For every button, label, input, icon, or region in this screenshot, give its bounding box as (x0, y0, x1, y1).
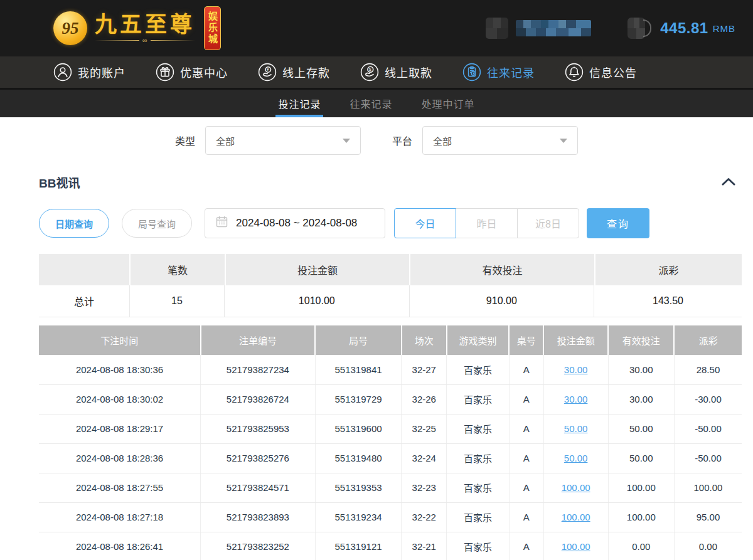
cell-game-type: 百家乐 (447, 502, 510, 532)
nav-item-label: 我的账户 (78, 64, 125, 80)
deposit-icon: ¥ (258, 63, 277, 82)
cell-payout: 28.50 (674, 355, 742, 384)
cell-valid-bet: 30.00 (608, 355, 674, 384)
nav-item-label: 优惠中心 (180, 64, 228, 80)
filter-type: 类型 全部 (175, 126, 361, 155)
cell-session: 32-21 (402, 532, 447, 560)
nav-item-promotions[interactable]: 优惠中心 (156, 63, 228, 82)
nav-item-label: 信息公告 (589, 64, 637, 80)
nav-item-announcements[interactable]: 信息公告 (565, 63, 637, 82)
cell-table-no: A (509, 473, 543, 502)
avatar (486, 18, 508, 39)
table-row: 2024-08-08 18:27:55 521793824571 5513193… (39, 473, 742, 502)
tab-processing-orders[interactable]: 处理中订单 (422, 90, 475, 117)
cell-table-no: A (509, 384, 543, 414)
cell-valid-bet: 0.00 (608, 532, 674, 560)
summary-header-bet: 投注金额 (226, 254, 409, 285)
table-row: 2024-08-08 18:28:36 521793825276 5513194… (39, 443, 742, 473)
cell-table-no: A (509, 414, 543, 443)
last-8-days-button[interactable]: 近8日 (517, 208, 579, 238)
nav-item-label: 线上存款 (282, 64, 330, 80)
bet-amount-link[interactable]: 50.00 (564, 453, 588, 463)
cell-valid-bet: 30.00 (608, 384, 674, 414)
summary-total-payout: 143.50 (594, 285, 742, 317)
col-game-type: 游戏类别 (447, 325, 510, 355)
svg-text:¥: ¥ (267, 67, 270, 71)
cell-bet-amount: 50.00 (543, 414, 608, 443)
bet-amount-link[interactable]: 30.00 (564, 394, 588, 404)
table-row: 2024-08-08 18:30:36 521793827234 5513198… (39, 355, 742, 384)
today-button[interactable]: 今日 (394, 208, 456, 238)
logo-badge: 娱乐城 (204, 6, 221, 50)
yesterday-button[interactable]: 昨日 (456, 208, 518, 238)
cell-session: 32-26 (402, 384, 447, 414)
cell-game-type: 百家乐 (447, 414, 510, 443)
platform-select-value: 全部 (433, 134, 452, 147)
cell-session: 32-27 (402, 355, 447, 384)
table-row: 2024-08-08 18:29:17 521793825953 5513196… (39, 414, 742, 443)
svg-text:$: $ (369, 67, 372, 71)
summary-total-count: 15 (130, 285, 225, 317)
col-valid-bet: 有效投注 (608, 325, 674, 355)
cell-game-type: 百家乐 (447, 532, 510, 560)
cell-valid-bet: 100.00 (608, 473, 674, 502)
cell-game-type: 百家乐 (447, 473, 510, 502)
col-table-no: 桌号 (509, 325, 543, 355)
bet-amount-link[interactable]: 100.00 (562, 482, 590, 493)
date-query-button[interactable]: 日期查询 (39, 209, 109, 238)
summary-header-payout: 派彩 (595, 254, 742, 285)
tab-transaction-records[interactable]: 往来记录 (350, 90, 392, 117)
table-row: 2024-08-08 18:27:18 521793823893 5513192… (39, 502, 742, 532)
search-button[interactable]: 查询 (587, 208, 649, 238)
cell-game-type: 百家乐 (447, 384, 510, 414)
cell-bet-amount: 50.00 (543, 443, 608, 473)
cell-round-id: 551319234 (315, 502, 402, 532)
bet-amount-link[interactable]: 100.00 (562, 541, 590, 552)
cell-session: 32-25 (402, 414, 447, 443)
cell-payout: -30.00 (674, 384, 742, 414)
cell-table-no: A (509, 443, 543, 473)
nav-item-my-account[interactable]: 我的账户 (53, 63, 125, 82)
cell-bet-amount: 100.00 (543, 532, 608, 560)
collapse-section-button[interactable] (722, 177, 735, 188)
logo-95-icon: 95 (53, 11, 87, 45)
cell-session: 32-24 (402, 443, 447, 473)
cell-round-id: 551319600 (315, 414, 402, 443)
type-select[interactable]: 全部 (205, 126, 361, 155)
summary-total-bet: 1010.00 (225, 285, 410, 317)
nav-item-withdraw[interactable]: $ 线上取款 (360, 63, 432, 82)
cell-table-no: A (509, 355, 543, 384)
cell-valid-bet: 50.00 (608, 414, 674, 443)
chevron-down-icon (560, 139, 567, 143)
platform-select[interactable]: 全部 (422, 126, 578, 155)
bet-table: 下注时间 注单编号 局号 场次 游戏类别 桌号 投注金额 有效投注 派彩 202… (39, 325, 742, 560)
site-logo[interactable]: 95 九五至尊 ∞ 娱乐城 (53, 6, 221, 50)
nav-item-deposit[interactable]: ¥ 线上存款 (258, 63, 330, 82)
cell-bet-amount: 30.00 (543, 355, 608, 384)
cell-table-no: A (509, 532, 543, 560)
date-range-value: 2024-08-08 ~ 2024-08-08 (236, 217, 357, 230)
bell-icon (565, 63, 584, 82)
bet-amount-link[interactable]: 50.00 (564, 423, 588, 434)
nav-item-transaction-records[interactable]: 往来记录 (462, 63, 535, 82)
cell-bet-amount: 100.00 (543, 502, 608, 532)
cell-bet-time: 2024-08-08 18:30:02 (39, 384, 201, 414)
cell-bet-time: 2024-08-08 18:27:55 (39, 473, 201, 502)
summary-header-row: 笔数 投注金额 有效投注 派彩 (39, 254, 742, 285)
round-query-button[interactable]: 局号查询 (122, 209, 192, 238)
cell-valid-bet: 50.00 (608, 443, 674, 473)
cell-bet-amount: 100.00 (543, 473, 608, 502)
bet-amount-link[interactable]: 30.00 (564, 364, 588, 375)
logo-flourish: ∞ (95, 37, 195, 44)
tab-bet-records[interactable]: 投注记录 (278, 90, 321, 117)
cell-payout: 100.00 (674, 473, 742, 502)
date-range-input[interactable]: 2024-08-08 ~ 2024-08-08 (205, 208, 385, 238)
col-session: 场次 (402, 325, 447, 355)
cell-order-id: 521793823252 (201, 532, 316, 560)
user-icon (53, 63, 72, 82)
bet-amount-link[interactable]: 100.00 (562, 512, 590, 522)
chevron-up-icon (722, 177, 735, 188)
cell-session: 32-23 (402, 473, 447, 502)
cell-payout: 95.00 (674, 502, 742, 532)
cell-bet-time: 2024-08-08 18:30:36 (39, 355, 201, 384)
